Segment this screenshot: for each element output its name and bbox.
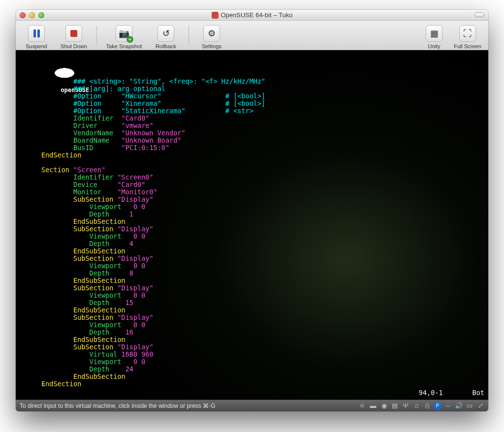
vm-window: OpenSUSE 64-bit – Tuko Suspend Shut Down… <box>16 10 488 411</box>
rollback-icon: ↺ <box>162 29 170 38</box>
fullscreen-icon: ⛶ <box>463 29 472 38</box>
settings-button[interactable]: ⚙ Settings <box>194 22 229 49</box>
titlebar: OpenSUSE 64-bit – Tuko <box>16 10 488 21</box>
usb-icon[interactable]: Ψ <box>402 402 410 410</box>
toolbar-separator <box>96 26 97 45</box>
sound-icon[interactable]: ♫ <box>412 402 420 410</box>
volume-icon[interactable]: 🔊 <box>455 402 463 410</box>
vm-icon <box>212 12 219 19</box>
expand-icon[interactable]: ⤢ <box>476 402 484 410</box>
close-icon[interactable] <box>20 12 26 18</box>
unity-button[interactable]: ▦ Unity <box>420 22 448 49</box>
shutdown-button[interactable]: Shut Down <box>56 22 92 49</box>
titlebar-pill-icon[interactable] <box>474 12 484 17</box>
window-title-text: OpenSUSE 64-bit – Tuko <box>221 11 293 19</box>
snapshot-label: Take Snapshot <box>106 43 142 49</box>
rollback-label: Rollback <box>156 43 176 49</box>
unity-label: Unity <box>428 43 440 49</box>
printer-icon[interactable]: ⎙ <box>423 402 431 410</box>
fullscreen-button[interactable]: ⛶ Full Screen <box>450 22 485 49</box>
settings-label: Settings <box>202 43 221 49</box>
suspend-label: Suspend <box>26 43 47 49</box>
suspend-button[interactable]: Suspend <box>19 22 54 49</box>
minimize-icon[interactable] <box>29 12 35 18</box>
display-icon[interactable]: ▭ <box>466 402 473 410</box>
toolbar-separator <box>189 26 189 45</box>
vim-tilde: ~ <box>41 381 45 389</box>
bluetooth-icon[interactable]: ⎋ <box>358 402 366 410</box>
unity-icon: ▦ <box>430 29 439 38</box>
stop-icon <box>70 30 77 37</box>
hdd-icon[interactable]: ▬ <box>369 402 377 410</box>
snapshot-button[interactable]: 📷+ Take Snapshot <box>102 22 146 49</box>
toolbar: Suspend Shut Down 📷+ Take Snapshot ↺ Rol… <box>16 21 488 50</box>
vm-console[interactable]: openSUSE ### <string>: "String", <freq>:… <box>16 50 488 400</box>
tools-icon[interactable]: P <box>434 402 441 409</box>
rollback-button[interactable]: ↺ Rollback <box>148 22 184 49</box>
settings-icon: ⚙ <box>208 29 216 38</box>
vim-status-line: 94,0-1 Bot <box>20 389 484 397</box>
fullscreen-label: Full Screen <box>454 43 481 49</box>
plus-badge-icon: + <box>126 36 133 43</box>
cursor-position: 94,0-1 <box>419 389 443 397</box>
shutdown-label: Shut Down <box>61 43 87 49</box>
zoom-icon[interactable] <box>38 12 44 18</box>
scroll-position: Bot <box>472 389 484 397</box>
status-hint: To direct input to this virtual machine,… <box>20 402 216 409</box>
network-icon[interactable]: ↔ <box>444 402 452 410</box>
editor-content: ### <string>: "String", <freq>: "<f> Hz/… <box>41 78 482 388</box>
window-controls <box>20 12 44 18</box>
cdrom-icon[interactable]: ◉ <box>380 402 388 410</box>
window-title: OpenSUSE 64-bit – Tuko <box>16 11 488 19</box>
status-bar: To direct input to this virtual machine,… <box>16 400 488 411</box>
floppy-icon[interactable]: ▤ <box>391 402 399 410</box>
pause-icon <box>33 30 40 37</box>
